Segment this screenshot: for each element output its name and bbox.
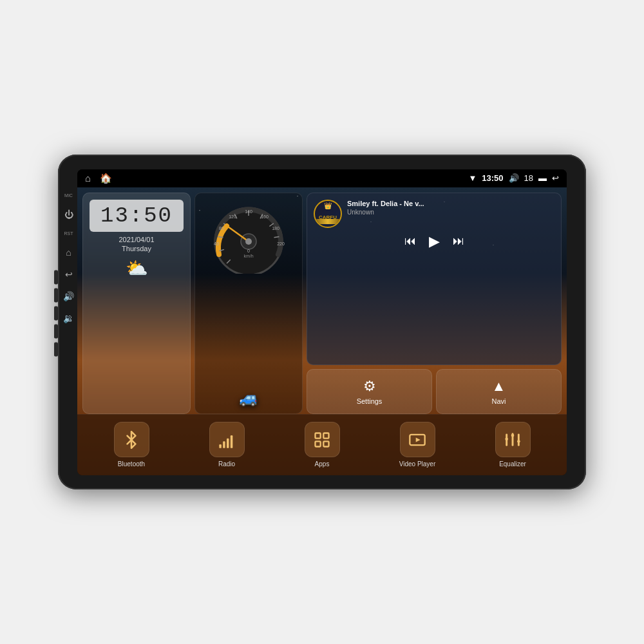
navi-label: Navi bbox=[491, 397, 506, 405]
svg-rect-29 bbox=[323, 441, 328, 446]
bluetooth-button[interactable]: Bluetooth bbox=[84, 422, 179, 468]
video-icon-wrap bbox=[400, 422, 435, 457]
radio-icon bbox=[218, 431, 236, 449]
navi-icon: ▲ bbox=[492, 378, 506, 395]
video-label: Video Player bbox=[399, 460, 436, 468]
screen: ⌂ 🏠 ▼ 13:50 🔊 18 ▬ ↩ 13:50 bbox=[77, 169, 567, 475]
status-time: 13:50 bbox=[482, 173, 503, 183]
side-buttons bbox=[54, 270, 58, 357]
svg-point-37 bbox=[511, 433, 515, 437]
svg-text:km/h: km/h bbox=[243, 254, 253, 258]
clock-time: 13:50 bbox=[95, 204, 178, 228]
svg-text:140: 140 bbox=[245, 209, 252, 214]
car-road-icon: 🚙 bbox=[239, 389, 258, 407]
status-bar: ⌂ 🏠 ▼ 13:50 🔊 18 ▬ ↩ bbox=[77, 169, 567, 187]
bluetooth-label: Bluetooth bbox=[118, 460, 145, 468]
bluetooth-icon bbox=[122, 431, 140, 449]
prev-button[interactable]: ⏮ bbox=[404, 234, 416, 248]
clock-time-display: 13:50 bbox=[90, 200, 184, 232]
back-icon[interactable]: ↩ bbox=[552, 173, 559, 183]
video-player-button[interactable]: Video Player bbox=[370, 422, 465, 468]
apps-label: Apps bbox=[315, 460, 330, 468]
music-controls: ⏮ ▶ ⏭ bbox=[314, 233, 554, 250]
svg-rect-25 bbox=[231, 435, 233, 448]
speedometer-svg: 40 80 120 140 160 180 220 bbox=[204, 196, 294, 274]
svg-rect-26 bbox=[316, 433, 321, 438]
next-button[interactable]: ⏭ bbox=[453, 234, 464, 248]
svg-rect-27 bbox=[323, 433, 328, 438]
battery-icon: ▬ bbox=[538, 173, 547, 183]
navi-button[interactable]: ▲ Navi bbox=[436, 369, 562, 414]
main-content: 13:50 2021/04/01 Thursday ⛅ bbox=[77, 187, 567, 475]
svg-text:160: 160 bbox=[261, 214, 269, 219]
ribbon bbox=[316, 219, 340, 224]
svg-marker-31 bbox=[416, 437, 421, 442]
power-icon[interactable]: ⏻ bbox=[64, 209, 73, 220]
apps-icon bbox=[313, 431, 331, 449]
radio-icon-wrap bbox=[209, 422, 245, 457]
music-artist: Unknown bbox=[347, 209, 554, 216]
home-nav-icon[interactable]: ⌂ bbox=[85, 173, 91, 184]
apps-icon-wrap bbox=[305, 422, 340, 457]
svg-rect-22 bbox=[219, 444, 222, 448]
svg-point-19 bbox=[245, 238, 252, 245]
svg-text:120: 120 bbox=[229, 214, 236, 219]
settings-icon: ⚙ bbox=[363, 378, 376, 395]
bottom-bar: Bluetooth Radio bbox=[77, 414, 567, 475]
speedometer-widget: 40 80 120 140 160 180 220 bbox=[194, 193, 303, 414]
svg-rect-23 bbox=[223, 441, 225, 448]
music-header: 👑 CARFU Smiley ft. Delia - Ne v... Unkno… bbox=[314, 200, 554, 228]
side-button-1[interactable] bbox=[54, 270, 58, 285]
weather-icon: ⛅ bbox=[90, 258, 184, 279]
svg-text:40: 40 bbox=[214, 242, 219, 246]
svg-text:0: 0 bbox=[247, 249, 250, 253]
wifi-icon: ▼ bbox=[468, 173, 477, 183]
speedo-container: 40 80 120 140 160 180 220 bbox=[195, 193, 302, 277]
vol-up-icon[interactable]: 🔊 bbox=[63, 291, 74, 301]
music-logo: 👑 CARFU bbox=[314, 200, 342, 228]
radio-button[interactable]: Radio bbox=[179, 422, 274, 468]
svg-point-40 bbox=[517, 440, 520, 443]
svg-text:80: 80 bbox=[219, 226, 224, 231]
equalizer-button[interactable]: Equalizer bbox=[465, 422, 560, 468]
equalizer-label: Equalizer bbox=[499, 460, 526, 468]
bluetooth-icon-wrap bbox=[114, 422, 149, 457]
clock-date: 2021/04/01 bbox=[90, 236, 184, 243]
crown-icon: 👑 bbox=[324, 202, 332, 209]
music-widget: 👑 CARFU Smiley ft. Delia - Ne v... Unkno… bbox=[307, 193, 562, 365]
settings-label: Settings bbox=[357, 397, 383, 405]
rst-label: RST bbox=[64, 231, 73, 236]
widgets-row: 13:50 2021/04/01 Thursday ⛅ bbox=[77, 187, 567, 414]
music-title: Smiley ft. Delia - Ne v... bbox=[347, 200, 554, 207]
nav-icons: ⌂ 🏠 bbox=[85, 173, 112, 184]
back-side-icon[interactable]: ↩ bbox=[65, 269, 73, 279]
video-icon bbox=[408, 431, 426, 449]
volume-icon: 🔊 bbox=[509, 173, 519, 183]
svg-text:180: 180 bbox=[272, 226, 279, 231]
apps-button[interactable]: Apps bbox=[274, 422, 370, 468]
svg-text:220: 220 bbox=[277, 242, 285, 246]
equalizer-icon bbox=[504, 431, 522, 449]
clock-day: Thursday bbox=[90, 245, 184, 252]
side-button-2[interactable] bbox=[54, 289, 58, 303]
side-button-4[interactable] bbox=[54, 325, 58, 339]
home-side-icon[interactable]: ⌂ bbox=[66, 247, 71, 258]
equalizer-icon-wrap bbox=[495, 422, 531, 457]
side-button-3[interactable] bbox=[54, 307, 58, 321]
side-button-5[interactable] bbox=[54, 343, 58, 357]
status-right: ▼ 13:50 🔊 18 ▬ ↩ bbox=[468, 173, 559, 183]
play-button[interactable]: ▶ bbox=[429, 233, 440, 250]
radio-label: Radio bbox=[218, 460, 235, 468]
side-labels: MIC ⏻ RST ⌂ ↩ 🔊 🔉 bbox=[63, 193, 74, 323]
car-head-unit: MIC ⏻ RST ⌂ ↩ 🔊 🔉 ⌂ 🏠 ▼ 13:50 🔊 18 ▬ ↩ bbox=[58, 155, 586, 489]
settings-navi-row: ⚙ Settings ▲ Navi bbox=[307, 369, 562, 414]
settings-button[interactable]: ⚙ Settings bbox=[307, 369, 432, 414]
svg-rect-28 bbox=[316, 441, 321, 446]
clock-widget: 13:50 2021/04/01 Thursday ⛅ bbox=[82, 193, 191, 414]
home2-nav-icon[interactable]: 🏠 bbox=[100, 173, 112, 184]
vol-down-icon[interactable]: 🔉 bbox=[63, 313, 74, 323]
music-info: Smiley ft. Delia - Ne v... Unknown bbox=[347, 200, 554, 216]
svg-rect-24 bbox=[227, 438, 229, 448]
right-column: 👑 CARFU Smiley ft. Delia - Ne v... Unkno… bbox=[307, 193, 562, 414]
mic-label: MIC bbox=[64, 193, 73, 198]
